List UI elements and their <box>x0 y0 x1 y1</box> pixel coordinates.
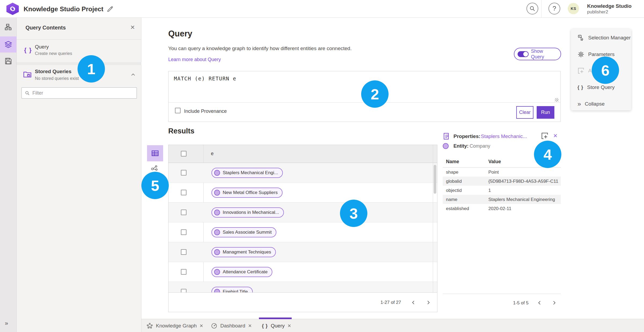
annotation-circle-5: 5 <box>141 172 169 199</box>
learn-more-link[interactable]: Learn more about Query <box>168 57 221 62</box>
chevron-up-icon[interactable] <box>130 72 136 77</box>
entity-chip[interactable]: New Metal Office Suppliers <box>211 188 283 198</box>
item-title: Query <box>35 44 49 50</box>
close-icon[interactable]: × <box>200 322 203 329</box>
query-input[interactable]: MATCH (e) RETURN e <box>174 76 236 81</box>
active-tab-indicator <box>259 318 292 319</box>
question-icon: ? <box>552 5 556 12</box>
table-row[interactable]: Managment Techniques <box>169 242 437 262</box>
properties-previous-button[interactable] <box>536 299 543 306</box>
resize-handle[interactable] <box>555 98 558 102</box>
table-row[interactable]: Firebird Title <box>169 282 437 292</box>
property-row[interactable]: name Staplers Mechanical Engineering <box>443 195 561 204</box>
menu-item-label: Collapse <box>585 101 605 107</box>
query-contents-item-query[interactable]: { } Query Create new queries <box>17 40 141 62</box>
tab-knowledge-graph[interactable]: Knowledge Graph × <box>147 322 203 330</box>
table-row[interactable]: New Metal Office Suppliers <box>169 183 437 203</box>
row-checkbox[interactable] <box>181 249 186 255</box>
row-checkbox[interactable] <box>181 210 186 215</box>
entity-chip[interactable]: Firebird Title <box>211 287 253 292</box>
menu-item-store-query[interactable]: { } Store Query <box>571 83 631 91</box>
knowledge-graph-icon <box>147 323 153 329</box>
panel-close-icon[interactable]: × <box>130 23 135 32</box>
logo-glyph-icon <box>9 5 16 12</box>
property-name: established <box>446 206 469 211</box>
row-checkbox[interactable] <box>181 190 186 195</box>
entity-chip[interactable]: Innovations in Mechanical... <box>211 207 284 218</box>
selection-manager-icon <box>577 34 584 41</box>
close-icon[interactable]: × <box>248 322 252 329</box>
property-row[interactable]: objectid 1 <box>443 186 561 195</box>
row-checkbox[interactable] <box>181 229 186 235</box>
filter-input[interactable] <box>32 90 133 96</box>
data-model-icon[interactable] <box>5 24 12 31</box>
layers-icon[interactable] <box>5 41 12 48</box>
show-query-label: Show Query <box>531 49 557 60</box>
filter-search-icon <box>25 91 30 96</box>
clear-button[interactable]: Clear <box>516 106 533 119</box>
properties-close-icon[interactable]: × <box>553 132 557 140</box>
property-row[interactable]: globalid {5D9B4713-F98D-4A53-A59F-C11... <box>443 177 561 186</box>
entity-dot-icon <box>214 210 220 215</box>
entity-chip[interactable]: Staplers Mechanical Engi... <box>211 168 283 178</box>
entity-chip[interactable]: Sales Associate Summit <box>211 227 276 237</box>
tab-query[interactable]: { } Query × <box>262 322 291 330</box>
avatar-initials: KS <box>571 6 576 11</box>
entity-dot-icon <box>214 229 220 235</box>
table-row[interactable]: Staplers Mechanical Engi... <box>169 163 437 183</box>
row-checkbox[interactable] <box>181 269 186 275</box>
property-row[interactable]: shape Point <box>443 167 561 177</box>
close-icon[interactable]: × <box>288 322 291 329</box>
row-checkbox[interactable] <box>181 289 186 292</box>
chevron-left-icon <box>411 300 416 305</box>
entity-chip-label: Managment Techniques <box>223 249 271 255</box>
next-page-button[interactable] <box>425 299 432 306</box>
app-logo-icon[interactable] <box>6 3 19 15</box>
results-page-range: 1-27 of 27 <box>380 300 401 305</box>
menu-item-selection-manager[interactable]: Selection Manager <box>571 34 631 42</box>
stored-queries-subtitle: No stored queries exist <box>35 76 79 81</box>
entity-chip-label: Sales Associate Summit <box>223 230 272 235</box>
tab-dashboard[interactable]: Dashboard × <box>211 322 252 330</box>
table-view-button[interactable] <box>147 145 163 161</box>
avatar[interactable]: KS <box>568 3 579 14</box>
annotation-circle-6: 6 <box>592 57 619 84</box>
scrollbar-track[interactable] <box>433 145 433 292</box>
edit-pencil-icon[interactable] <box>107 6 114 12</box>
menu-item-collapse[interactable]: » Collapse <box>571 100 631 108</box>
previous-page-button[interactable] <box>410 299 417 306</box>
search-button[interactable] <box>526 3 538 14</box>
menu-item-label: Parameters <box>588 51 614 57</box>
gear-icon <box>577 51 584 58</box>
tab-label: Knowledge Graph <box>156 323 197 329</box>
run-button[interactable]: Run <box>537 106 554 119</box>
table-row[interactable]: Innovations in Mechanical... <box>169 203 437 222</box>
save-icon[interactable] <box>5 57 12 65</box>
filter-field[interactable] <box>21 87 137 99</box>
property-name: objectid <box>446 188 462 193</box>
properties-label: Properties: <box>453 133 480 139</box>
scrollbar-thumb[interactable] <box>434 165 436 194</box>
include-provenance-checkbox[interactable] <box>175 108 181 113</box>
results-heading: Results <box>168 127 195 135</box>
help-button[interactable]: ? <box>548 3 560 14</box>
graph-view-icon[interactable] <box>150 165 159 172</box>
rail-expand-button[interactable]: » <box>5 320 8 327</box>
property-name: shape <box>446 170 458 175</box>
row-checkbox[interactable] <box>181 170 186 176</box>
property-value: Point <box>488 170 499 175</box>
property-name: name <box>446 197 458 202</box>
entity-chip[interactable]: Managment Techniques <box>211 247 276 257</box>
property-row[interactable]: established 2020-02-11 <box>443 204 561 213</box>
add-to-selection-icon <box>577 67 584 74</box>
show-query-toggle[interactable]: Show Query <box>514 48 561 60</box>
entity-chip[interactable]: Attendance Certificate <box>211 267 272 277</box>
toggle-switch[interactable] <box>518 51 529 57</box>
table-row[interactable]: Sales Associate Summit <box>169 222 437 242</box>
select-all-checkbox[interactable] <box>181 151 186 156</box>
properties-entity-link[interactable]: Staplers Mechanic... <box>481 133 527 139</box>
add-to-selection-icon[interactable] <box>541 132 548 140</box>
properties-next-button[interactable] <box>551 299 558 306</box>
annotation-circle-2: 2 <box>361 80 389 108</box>
table-row[interactable]: Attendance Certificate <box>169 262 437 282</box>
